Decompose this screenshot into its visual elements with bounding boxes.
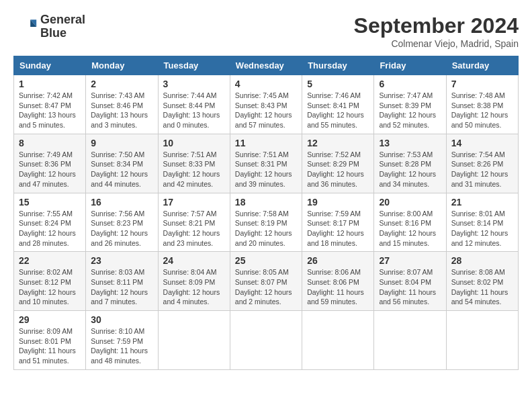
calendar-cell: 29Sunrise: 8:09 AM Sunset: 8:01 PM Dayli… xyxy=(14,311,86,370)
calendar-week-row: 22Sunrise: 8:02 AM Sunset: 8:12 PM Dayli… xyxy=(14,252,519,311)
day-number: 26 xyxy=(307,255,369,266)
day-info: Sunrise: 7:48 AM Sunset: 8:38 PM Dayligh… xyxy=(451,91,513,130)
day-info: Sunrise: 8:10 AM Sunset: 7:59 PM Dayligh… xyxy=(91,326,152,366)
day-number: 11 xyxy=(235,138,297,148)
calendar-cell: 8Sunrise: 7:49 AM Sunset: 8:36 PM Daylig… xyxy=(14,134,86,193)
day-number: 10 xyxy=(163,138,225,148)
day-number: 3 xyxy=(163,79,225,89)
day-number: 23 xyxy=(91,255,152,266)
calendar-cell: 25Sunrise: 8:05 AM Sunset: 8:07 PM Dayli… xyxy=(230,252,302,311)
day-number: 20 xyxy=(379,197,441,208)
day-info: Sunrise: 7:52 AM Sunset: 8:29 PM Dayligh… xyxy=(307,150,369,189)
day-info: Sunrise: 7:51 AM Sunset: 8:31 PM Dayligh… xyxy=(235,150,297,189)
day-number: 29 xyxy=(19,314,81,325)
weekday-header: Friday xyxy=(374,56,446,75)
weekday-header: Thursday xyxy=(302,56,374,75)
calendar-table: SundayMondayTuesdayWednesdayThursdayFrid… xyxy=(13,56,519,370)
day-info: Sunrise: 7:50 AM Sunset: 8:34 PM Dayligh… xyxy=(91,150,152,189)
day-number: 16 xyxy=(91,197,152,208)
day-info: Sunrise: 8:08 AM Sunset: 8:02 PM Dayligh… xyxy=(451,267,513,307)
calendar-cell: 12Sunrise: 7:52 AM Sunset: 8:29 PM Dayli… xyxy=(302,134,374,193)
calendar-cell: 10Sunrise: 7:51 AM Sunset: 8:33 PM Dayli… xyxy=(158,134,230,193)
day-number: 12 xyxy=(307,138,369,148)
day-info: Sunrise: 7:54 AM Sunset: 8:26 PM Dayligh… xyxy=(451,150,513,189)
calendar-cell: 19Sunrise: 7:59 AM Sunset: 8:17 PM Dayli… xyxy=(302,193,374,252)
day-number: 4 xyxy=(235,79,297,89)
calendar-week-row: 15Sunrise: 7:55 AM Sunset: 8:24 PM Dayli… xyxy=(14,193,519,252)
calendar-cell xyxy=(230,311,302,370)
day-number: 14 xyxy=(451,138,513,148)
calendar-cell: 1Sunrise: 7:42 AM Sunset: 8:47 PM Daylig… xyxy=(14,75,86,134)
day-number: 17 xyxy=(163,197,225,208)
calendar-cell: 18Sunrise: 7:58 AM Sunset: 8:19 PM Dayli… xyxy=(230,193,302,252)
calendar-cell: 22Sunrise: 8:02 AM Sunset: 8:12 PM Dayli… xyxy=(14,252,86,311)
calendar-body: 1Sunrise: 7:42 AM Sunset: 8:47 PM Daylig… xyxy=(14,75,519,370)
calendar-cell: 13Sunrise: 7:53 AM Sunset: 8:28 PM Dayli… xyxy=(374,134,446,193)
calendar-cell: 3Sunrise: 7:44 AM Sunset: 8:44 PM Daylig… xyxy=(158,75,230,134)
day-info: Sunrise: 8:01 AM Sunset: 8:14 PM Dayligh… xyxy=(451,209,513,248)
calendar-cell: 5Sunrise: 7:46 AM Sunset: 8:41 PM Daylig… xyxy=(302,75,374,134)
day-info: Sunrise: 7:44 AM Sunset: 8:44 PM Dayligh… xyxy=(163,91,225,130)
day-info: Sunrise: 7:46 AM Sunset: 8:41 PM Dayligh… xyxy=(307,91,369,130)
day-number: 8 xyxy=(19,138,81,148)
calendar-cell: 30Sunrise: 8:10 AM Sunset: 7:59 PM Dayli… xyxy=(86,311,158,370)
calendar-cell: 20Sunrise: 8:00 AM Sunset: 8:16 PM Dayli… xyxy=(374,193,446,252)
calendar-cell: 2Sunrise: 7:43 AM Sunset: 8:46 PM Daylig… xyxy=(86,75,158,134)
calendar-cell: 11Sunrise: 7:51 AM Sunset: 8:31 PM Dayli… xyxy=(230,134,302,193)
day-info: Sunrise: 7:57 AM Sunset: 8:21 PM Dayligh… xyxy=(163,209,225,248)
weekday-header: Tuesday xyxy=(158,56,230,75)
location: Colmenar Viejo, Madrid, Spain xyxy=(354,38,519,49)
day-info: Sunrise: 8:09 AM Sunset: 8:01 PM Dayligh… xyxy=(19,326,81,366)
day-info: Sunrise: 7:49 AM Sunset: 8:36 PM Dayligh… xyxy=(19,150,81,189)
calendar-cell: 26Sunrise: 8:06 AM Sunset: 8:06 PM Dayli… xyxy=(302,252,374,311)
day-info: Sunrise: 7:56 AM Sunset: 8:23 PM Dayligh… xyxy=(91,209,152,248)
calendar-cell xyxy=(446,311,518,370)
weekday-header: Sunday xyxy=(14,56,86,75)
day-info: Sunrise: 8:03 AM Sunset: 8:11 PM Dayligh… xyxy=(91,267,152,307)
day-number: 28 xyxy=(451,255,513,266)
day-info: Sunrise: 7:55 AM Sunset: 8:24 PM Dayligh… xyxy=(19,209,81,248)
day-info: Sunrise: 7:53 AM Sunset: 8:28 PM Dayligh… xyxy=(379,150,441,189)
day-number: 9 xyxy=(91,138,152,148)
calendar-cell xyxy=(374,311,446,370)
day-number: 15 xyxy=(19,197,81,208)
calendar-cell: 14Sunrise: 7:54 AM Sunset: 8:26 PM Dayli… xyxy=(446,134,518,193)
calendar-week-row: 29Sunrise: 8:09 AM Sunset: 8:01 PM Dayli… xyxy=(14,311,519,370)
calendar-week-row: 8Sunrise: 7:49 AM Sunset: 8:36 PM Daylig… xyxy=(14,134,519,193)
calendar-header: SundayMondayTuesdayWednesdayThursdayFrid… xyxy=(14,56,519,75)
day-number: 18 xyxy=(235,197,297,208)
calendar-cell: 15Sunrise: 7:55 AM Sunset: 8:24 PM Dayli… xyxy=(14,193,86,252)
calendar-cell: 23Sunrise: 8:03 AM Sunset: 8:11 PM Dayli… xyxy=(86,252,158,311)
day-info: Sunrise: 8:06 AM Sunset: 8:06 PM Dayligh… xyxy=(307,267,369,307)
weekday-header: Saturday xyxy=(446,56,518,75)
day-number: 24 xyxy=(163,255,225,266)
calendar-cell xyxy=(158,311,230,370)
day-number: 27 xyxy=(379,255,441,266)
calendar-week-row: 1Sunrise: 7:42 AM Sunset: 8:47 PM Daylig… xyxy=(14,75,519,134)
day-info: Sunrise: 8:07 AM Sunset: 8:04 PM Dayligh… xyxy=(379,267,441,307)
calendar-cell: 28Sunrise: 8:08 AM Sunset: 8:02 PM Dayli… xyxy=(446,252,518,311)
day-info: Sunrise: 7:59 AM Sunset: 8:17 PM Dayligh… xyxy=(307,209,369,248)
day-info: Sunrise: 8:02 AM Sunset: 8:12 PM Dayligh… xyxy=(19,267,81,307)
day-number: 1 xyxy=(19,79,81,89)
day-number: 30 xyxy=(91,314,152,325)
weekday-header: Monday xyxy=(86,56,158,75)
calendar-cell: 24Sunrise: 8:04 AM Sunset: 8:09 PM Dayli… xyxy=(158,252,230,311)
title-section: September 2024 Colmenar Viejo, Madrid, S… xyxy=(354,13,519,49)
day-number: 21 xyxy=(451,197,513,208)
month-title: September 2024 xyxy=(354,13,519,38)
day-info: Sunrise: 8:04 AM Sunset: 8:09 PM Dayligh… xyxy=(163,267,225,307)
day-info: Sunrise: 7:47 AM Sunset: 8:39 PM Dayligh… xyxy=(379,91,441,130)
calendar-cell: 21Sunrise: 8:01 AM Sunset: 8:14 PM Dayli… xyxy=(446,193,518,252)
calendar-cell: 4Sunrise: 7:45 AM Sunset: 8:43 PM Daylig… xyxy=(230,75,302,134)
day-number: 22 xyxy=(19,255,81,266)
calendar-cell: 7Sunrise: 7:48 AM Sunset: 8:38 PM Daylig… xyxy=(446,75,518,134)
calendar-cell: 17Sunrise: 7:57 AM Sunset: 8:21 PM Dayli… xyxy=(158,193,230,252)
logo: General Blue xyxy=(13,13,85,40)
calendar-cell xyxy=(302,311,374,370)
day-number: 25 xyxy=(235,255,297,266)
calendar-cell: 27Sunrise: 8:07 AM Sunset: 8:04 PM Dayli… xyxy=(374,252,446,311)
logo-icon xyxy=(13,15,38,39)
day-info: Sunrise: 7:43 AM Sunset: 8:46 PM Dayligh… xyxy=(91,91,152,130)
weekday-header: Wednesday xyxy=(230,56,302,75)
